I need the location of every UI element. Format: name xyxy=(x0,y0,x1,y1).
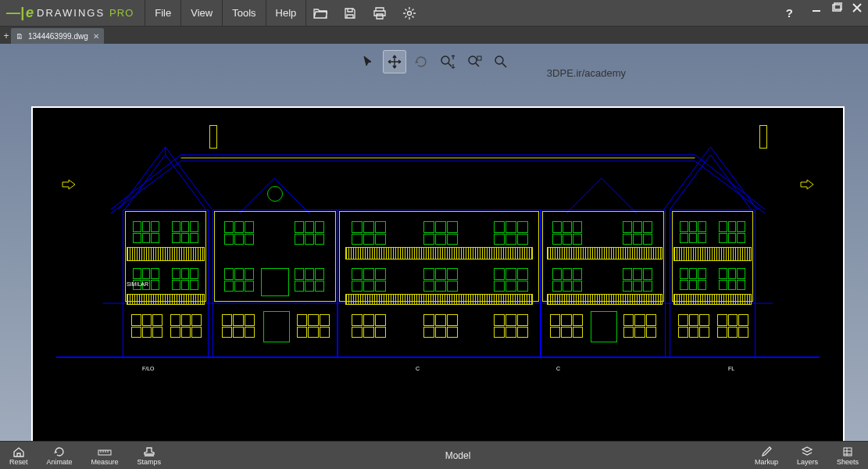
measure-icon xyxy=(98,446,112,458)
quick-toolbar xyxy=(306,0,417,26)
bottom-left-group: Reset Animate Measure Stamps xyxy=(0,444,170,467)
tab-strip: + 🗎 1344463999.dwg ✕ xyxy=(0,27,868,44)
document-tab[interactable]: 🗎 1344463999.dwg ✕ xyxy=(11,28,104,44)
logo-mark: —| xyxy=(6,5,24,21)
dim-similar: SIMILAR xyxy=(127,281,148,287)
svg-line-7 xyxy=(476,63,479,66)
close-button[interactable] xyxy=(849,2,865,14)
tab-close-button[interactable]: ✕ xyxy=(93,32,99,41)
app-logo: —| e DRAWINGS PRO xyxy=(0,0,145,26)
menu-bar: —| e DRAWINGS PRO File View Tools Help ? xyxy=(0,0,868,27)
cad-drawing: SIMILAR xyxy=(56,124,820,358)
menu-tools[interactable]: Tools xyxy=(223,0,266,26)
animate-button[interactable]: Animate xyxy=(38,444,82,467)
help-button[interactable]: ? xyxy=(786,6,793,20)
menu-file[interactable]: File xyxy=(145,0,181,26)
maximize-button[interactable] xyxy=(829,2,845,14)
open-icon[interactable] xyxy=(313,5,328,21)
menu-view[interactable]: View xyxy=(181,0,223,26)
rotate-tool[interactable] xyxy=(409,50,433,73)
logo-prefix: e xyxy=(26,5,34,21)
home-icon xyxy=(13,446,25,458)
svg-line-10 xyxy=(502,63,506,67)
file-icon: 🗎 xyxy=(16,32,23,41)
drawing-canvas[interactable]: SIMILAR F/LO C C FL xyxy=(31,106,845,441)
tab-filename: 1344463999.dwg xyxy=(28,32,88,41)
sheets-icon xyxy=(842,446,853,458)
add-tab-button[interactable]: + xyxy=(2,28,11,44)
svg-point-4 xyxy=(441,56,449,64)
save-icon[interactable] xyxy=(342,5,358,21)
minimize-button[interactable] xyxy=(809,2,824,14)
svg-rect-15 xyxy=(98,450,111,455)
pan-tool[interactable] xyxy=(383,50,406,73)
settings-icon[interactable] xyxy=(402,5,417,21)
zoom-tool[interactable] xyxy=(489,50,513,73)
zoom-window-tool[interactable] xyxy=(436,50,459,73)
print-icon[interactable] xyxy=(372,5,388,21)
svg-point-6 xyxy=(469,56,477,64)
logo-name: DRAWINGS xyxy=(37,7,105,19)
axis-label-2: C xyxy=(416,366,420,371)
svg-rect-8 xyxy=(477,56,481,60)
measure-button[interactable]: Measure xyxy=(82,444,128,467)
view-toolbar xyxy=(356,50,513,73)
menu-help[interactable]: Help xyxy=(266,0,307,26)
reset-button[interactable]: Reset xyxy=(0,444,38,467)
axis-label-3: C xyxy=(556,366,560,371)
menu-items: File View Tools Help xyxy=(145,0,306,26)
pencil-icon xyxy=(761,446,772,458)
svg-line-5 xyxy=(448,63,452,66)
logo-suffix: PRO xyxy=(109,7,134,19)
workspace: 3DPE.ir/academy xyxy=(0,44,868,441)
select-tool[interactable] xyxy=(356,50,380,73)
markup-button[interactable]: Markup xyxy=(745,444,788,467)
svg-point-0 xyxy=(408,11,412,15)
layers-button[interactable]: Layers xyxy=(788,444,827,467)
stamps-icon xyxy=(143,446,155,458)
window-controls xyxy=(809,2,865,14)
axis-label-4: FL xyxy=(728,366,734,371)
axis-label-1: F/LO xyxy=(142,366,155,371)
sheets-button[interactable]: Sheets xyxy=(827,444,868,467)
bottom-right-group: Markup Layers Sheets xyxy=(745,444,868,467)
stamps-button[interactable]: Stamps xyxy=(128,444,171,467)
layers-icon xyxy=(801,446,813,458)
animate-icon xyxy=(53,446,66,458)
status-mode: Model xyxy=(170,450,745,461)
bottom-toolbar: Reset Animate Measure Stamps Model Marku… xyxy=(0,441,868,469)
watermark-text: 3DPE.ir/academy xyxy=(547,67,626,79)
svg-point-9 xyxy=(495,56,503,64)
zoom-fit-tool[interactable] xyxy=(463,50,486,73)
